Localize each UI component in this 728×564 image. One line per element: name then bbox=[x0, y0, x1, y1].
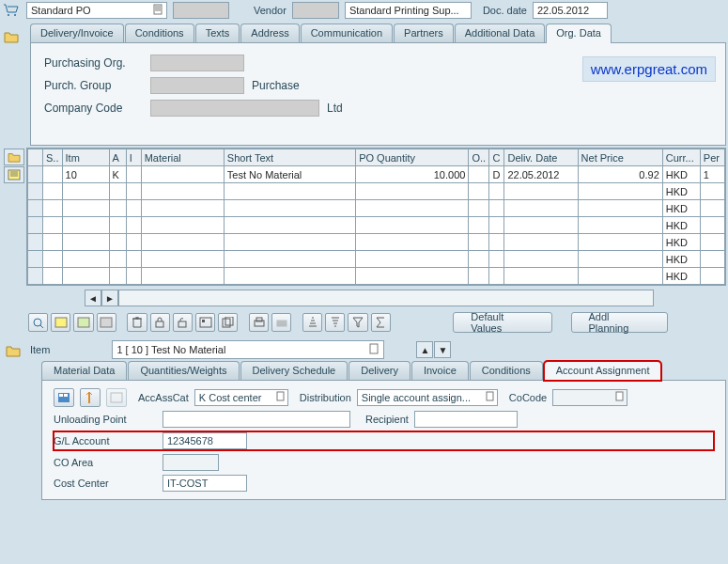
cell-ddate[interactable] bbox=[504, 183, 578, 200]
cell-curr[interactable]: HKD bbox=[662, 200, 700, 217]
cell-c[interactable] bbox=[489, 234, 504, 251]
doc-date-field[interactable]: 22.05.2012 bbox=[533, 2, 608, 19]
cell-itm[interactable] bbox=[62, 234, 109, 251]
cell-poq[interactable] bbox=[356, 234, 469, 251]
tab-partners[interactable]: Partners bbox=[394, 24, 454, 42]
cell-mat[interactable] bbox=[141, 251, 224, 268]
cell-a[interactable] bbox=[109, 217, 126, 234]
cell-s[interactable] bbox=[43, 183, 62, 200]
accasscat-field[interactable]: K Cost center bbox=[194, 389, 288, 406]
sum-icon[interactable] bbox=[371, 313, 391, 332]
col-header-poq[interactable]: PO Quantity bbox=[356, 149, 469, 166]
cell-ddate[interactable] bbox=[504, 200, 578, 217]
col-header-i[interactable]: I bbox=[126, 149, 141, 166]
hscroll-track[interactable] bbox=[118, 290, 654, 306]
cell-a[interactable] bbox=[109, 251, 126, 268]
cell-curr[interactable]: HKD bbox=[662, 251, 700, 268]
cell-c[interactable] bbox=[489, 183, 504, 200]
cell-s[interactable] bbox=[43, 166, 62, 183]
cell-mat[interactable] bbox=[141, 268, 224, 285]
cell-poq[interactable] bbox=[356, 251, 469, 268]
aa-view1-icon[interactable] bbox=[54, 388, 74, 407]
cell-poq[interactable]: 10.000 bbox=[356, 166, 469, 183]
detail-view-icon[interactable] bbox=[28, 313, 48, 332]
cell-per[interactable] bbox=[700, 200, 724, 217]
cell-s[interactable] bbox=[43, 200, 62, 217]
cell-mat[interactable] bbox=[141, 200, 224, 217]
company-code-field[interactable] bbox=[150, 100, 319, 117]
folder-icon[interactable] bbox=[2, 28, 21, 43]
sort-desc-icon[interactable] bbox=[325, 313, 345, 332]
col-header-curr[interactable]: Curr... bbox=[662, 149, 700, 166]
dtab-account-assignment[interactable]: Account Assignment bbox=[544, 361, 662, 381]
row-selector[interactable] bbox=[28, 166, 43, 183]
cell-nprice[interactable] bbox=[578, 234, 662, 251]
tab-address[interactable]: Address bbox=[240, 24, 299, 42]
cell-per[interactable] bbox=[700, 234, 724, 251]
f4-icon[interactable] bbox=[615, 391, 625, 404]
cell-stext[interactable]: Test No Material bbox=[224, 166, 355, 183]
cell-nprice[interactable] bbox=[578, 183, 662, 200]
dtab-delivery-schedule[interactable]: Delivery Schedule bbox=[240, 361, 349, 380]
cell-i[interactable] bbox=[126, 200, 141, 217]
cell-c[interactable] bbox=[489, 200, 504, 217]
addl-planning-button[interactable]: Addl Planning bbox=[571, 312, 668, 333]
col-header-per[interactable]: Per bbox=[700, 149, 724, 166]
row-selector[interactable] bbox=[28, 268, 43, 285]
print-icon[interactable] bbox=[271, 313, 291, 332]
cell-poq[interactable] bbox=[356, 268, 469, 285]
cell-a[interactable] bbox=[109, 234, 126, 251]
scroll-left-icon[interactable]: ◄ bbox=[85, 290, 101, 306]
cell-nprice[interactable]: 0.92 bbox=[578, 166, 662, 183]
cell-curr[interactable]: HKD bbox=[662, 234, 700, 251]
folder-icon[interactable] bbox=[4, 342, 23, 357]
items-grid[interactable]: S..ItmAIMaterialShort TextPO QuantityO..… bbox=[26, 148, 726, 286]
row-selector[interactable] bbox=[28, 234, 43, 251]
cell-i[interactable] bbox=[126, 183, 141, 200]
cell-a[interactable] bbox=[109, 200, 126, 217]
col-header-nprice[interactable]: Net Price bbox=[578, 149, 662, 166]
cell-ddate[interactable] bbox=[504, 217, 578, 234]
cell-c[interactable] bbox=[489, 217, 504, 234]
table-row[interactable]: HKD bbox=[28, 183, 725, 200]
cell-per[interactable]: 1 bbox=[700, 166, 724, 183]
cell-stext[interactable] bbox=[224, 217, 355, 234]
table-row[interactable]: HKD bbox=[28, 217, 725, 234]
deselect-all-icon[interactable] bbox=[73, 313, 93, 332]
cell-poq[interactable] bbox=[356, 183, 469, 200]
col-header-o[interactable]: O.. bbox=[469, 149, 489, 166]
cell-c[interactable] bbox=[489, 251, 504, 268]
cell-itm[interactable] bbox=[62, 200, 109, 217]
f4-icon[interactable] bbox=[276, 391, 286, 404]
cell-i[interactable] bbox=[126, 251, 141, 268]
cell-mat[interactable] bbox=[141, 234, 224, 251]
col-header-c[interactable]: C bbox=[489, 149, 504, 166]
row-selector[interactable] bbox=[28, 183, 43, 200]
cell-i[interactable] bbox=[126, 166, 141, 183]
tab-communication[interactable]: Communication bbox=[301, 24, 393, 42]
cell-poq[interactable] bbox=[356, 217, 469, 234]
dtab-material-data[interactable]: Material Data bbox=[41, 361, 127, 380]
col-header-stext[interactable]: Short Text bbox=[224, 149, 355, 166]
cell-o[interactable] bbox=[469, 200, 489, 217]
cell-itm[interactable] bbox=[62, 183, 109, 200]
sort-asc-icon[interactable] bbox=[302, 313, 322, 332]
dtab-conditions[interactable]: Conditions bbox=[470, 361, 543, 380]
cell-i[interactable] bbox=[126, 234, 141, 251]
save-layout-icon[interactable] bbox=[97, 313, 116, 332]
cell-per[interactable] bbox=[700, 217, 724, 234]
cell-curr[interactable]: HKD bbox=[662, 217, 700, 234]
cell-stext[interactable] bbox=[224, 200, 355, 217]
cell-nprice[interactable] bbox=[578, 251, 662, 268]
cell-nprice[interactable] bbox=[578, 200, 662, 217]
col-header-a[interactable]: A bbox=[109, 149, 126, 166]
cell-itm[interactable]: 10 bbox=[62, 166, 109, 183]
cell-o[interactable] bbox=[469, 217, 489, 234]
print-preview-icon[interactable] bbox=[249, 313, 269, 332]
po-type-field[interactable]: Standard PO bbox=[26, 2, 167, 19]
row-selector[interactable] bbox=[28, 200, 43, 217]
delete-icon[interactable] bbox=[127, 313, 147, 332]
cell-a[interactable]: K bbox=[109, 166, 126, 183]
cell-curr[interactable]: HKD bbox=[662, 166, 700, 183]
aa-view3-icon[interactable] bbox=[106, 388, 127, 407]
